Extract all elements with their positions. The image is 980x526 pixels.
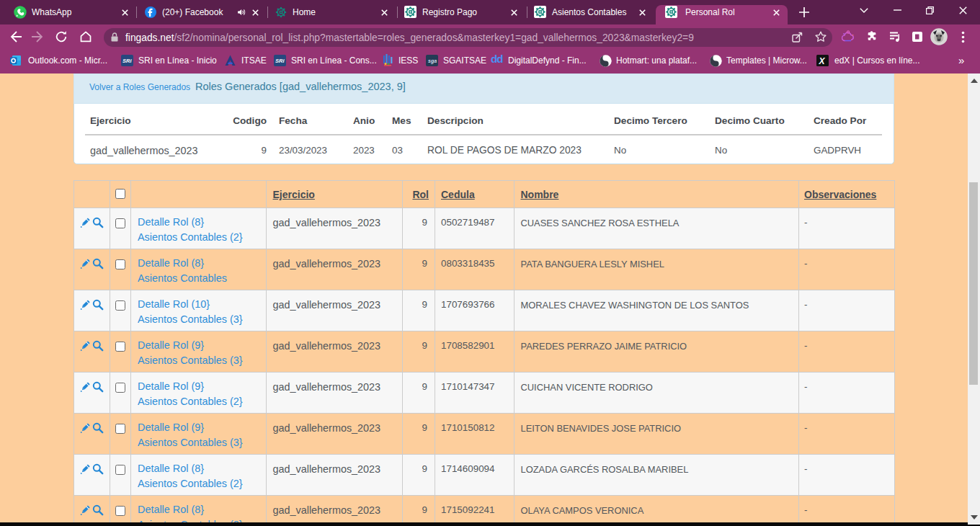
svg-text:SRi: SRi (275, 58, 285, 64)
svg-text:sga: sga (428, 58, 437, 64)
svg-text:SRi: SRi (122, 58, 132, 64)
svg-text:X: X (819, 56, 826, 66)
